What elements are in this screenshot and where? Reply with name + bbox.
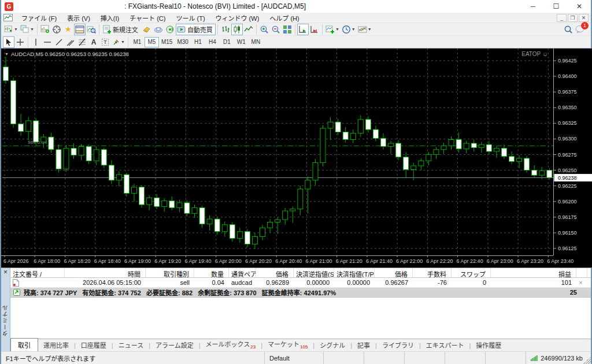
- mdi-close-button[interactable]: ✕: [579, 14, 589, 22]
- terminal-tab-9[interactable]: ライブラリ: [377, 339, 419, 351]
- cursor-tool-button[interactable]: [3, 36, 14, 48]
- menu-item-2[interactable]: 挿入(I): [95, 13, 124, 23]
- indicators-button[interactable]: ▼: [324, 24, 341, 35]
- search-button[interactable]: [563, 24, 574, 35]
- crosshair-tool-button[interactable]: [14, 36, 26, 48]
- vps-button[interactable]: [153, 24, 164, 35]
- tile-windows-button[interactable]: [282, 24, 293, 35]
- column-header-10[interactable]: スワップ: [452, 268, 491, 277]
- chart-area[interactable]: sell 0.040.964250.964000.963750.963500.9…: [1, 49, 591, 268]
- timeframe-button-h1[interactable]: H1: [191, 37, 205, 47]
- candlestick-mode-button[interactable]: [231, 24, 243, 35]
- periods-button[interactable]: ▼: [341, 24, 357, 35]
- column-header-4[interactable]: 通貨ペア: [229, 268, 256, 277]
- column-header-8[interactable]: 価格: [375, 268, 413, 277]
- terminal-tab-7[interactable]: シグナル: [314, 339, 350, 351]
- column-header-3[interactable]: 数量: [194, 268, 229, 277]
- notifications-button[interactable]: 1: [574, 24, 586, 35]
- navigator-button[interactable]: ★: [62, 24, 74, 35]
- terminal-tab-1[interactable]: 運用比率: [38, 339, 74, 351]
- zoom-out-icon: [271, 25, 280, 34]
- mdi-minimize-button[interactable]: _: [557, 14, 567, 22]
- data-window-button[interactable]: [51, 24, 62, 35]
- terminal-tab-10[interactable]: エキスパート: [421, 339, 469, 351]
- menu-item-3[interactable]: チャート (C): [124, 13, 171, 23]
- column-header-2[interactable]: 取引種別: [146, 268, 194, 277]
- new-chart-button[interactable]: ▼: [3, 24, 19, 35]
- vertical-line-tool-button[interactable]: [30, 36, 42, 48]
- resize-grip[interactable]: [583, 356, 591, 364]
- zoom-in-button[interactable]: [258, 24, 270, 35]
- minimize-button[interactable]: ─: [521, 0, 545, 13]
- text-tool-button[interactable]: A: [88, 36, 99, 48]
- column-header-5[interactable]: 価格: [256, 268, 294, 277]
- timeframe-button-m1[interactable]: M1: [130, 37, 145, 47]
- timeframe-button-h4[interactable]: H4: [205, 37, 220, 47]
- autotrading-button[interactable]: 自動売買: [176, 24, 216, 35]
- chart-shift-button[interactable]: [309, 24, 320, 35]
- crosshair-icon: [16, 38, 24, 46]
- timeframe-button-mn[interactable]: MN: [249, 37, 263, 47]
- one-click-trading-expander[interactable]: ▼: [5, 52, 9, 56]
- templates-button[interactable]: ▼: [357, 24, 373, 35]
- channel-tool-button[interactable]: [65, 36, 76, 48]
- fibonacci-tool-button[interactable]: [76, 36, 88, 48]
- svg-text:0.96300: 0.96300: [558, 136, 577, 142]
- column-header-0[interactable]: 注文番号 /: [10, 268, 65, 277]
- terminal-tab-11[interactable]: 操作履歴: [471, 339, 506, 351]
- bar-chart-mode-button[interactable]: [220, 24, 231, 35]
- ea-name-label[interactable]: EATOP ☺: [521, 51, 548, 57]
- autoscroll-button[interactable]: [297, 24, 309, 35]
- close-position-button[interactable]: ×: [576, 278, 587, 287]
- zoom-out-button[interactable]: [270, 24, 282, 35]
- timeframe-button-w1[interactable]: W1: [234, 37, 249, 47]
- svg-text:0.96125: 0.96125: [558, 246, 577, 251]
- terminal-tab-0[interactable]: 取引: [10, 338, 38, 351]
- terminal-tab-6[interactable]: マーケット105: [262, 337, 313, 351]
- mdi-restore-button[interactable]: ❐: [568, 14, 578, 22]
- column-header-7[interactable]: 決済指値(T/P): [334, 268, 375, 277]
- terminal-tab-4[interactable]: アラーム設定: [150, 339, 199, 351]
- terminal-tab-2[interactable]: 口座履歴: [76, 339, 112, 351]
- close-button[interactable]: ✕: [568, 0, 591, 13]
- trendline-tool-button[interactable]: [53, 36, 65, 48]
- line-chart-mode-button[interactable]: [243, 24, 254, 35]
- column-header-6[interactable]: 決済逆指値(S/...: [294, 268, 334, 277]
- news-button[interactable]: [164, 24, 176, 35]
- metaeditor-button[interactable]: [141, 24, 153, 35]
- menu-item-4[interactable]: ツール (T): [171, 13, 210, 23]
- status-profile[interactable]: Default: [265, 352, 324, 364]
- menu-item-5[interactable]: ウィンドウ (W): [210, 13, 265, 23]
- column-header-11[interactable]: 損益: [491, 268, 576, 277]
- separator: [256, 24, 257, 35]
- timeframe-button-m5[interactable]: M5: [145, 37, 159, 47]
- menu-item-1[interactable]: 表示 (V): [62, 13, 95, 23]
- terminal-tab-5[interactable]: メールボックス23: [201, 337, 261, 351]
- column-header-12[interactable]: [576, 268, 587, 277]
- timeframe-button-d1[interactable]: D1: [220, 37, 234, 47]
- menu-item-6[interactable]: ヘルプ (H): [264, 13, 304, 23]
- maximize-button[interactable]: ☐: [545, 0, 568, 13]
- terminal-button[interactable]: [74, 24, 86, 35]
- profiles-button[interactable]: ▼: [19, 24, 35, 35]
- arrows-tool-button[interactable]: ▼: [111, 36, 126, 48]
- new-order-button[interactable]: 新規注文: [101, 24, 141, 35]
- terminal-close-icon[interactable]: ✕: [3, 269, 8, 275]
- svg-text:0.96325: 0.96325: [558, 120, 577, 126]
- timeframe-button-m30[interactable]: M30: [175, 37, 190, 47]
- terminal-tab-8[interactable]: 記事: [352, 339, 375, 351]
- column-header-1[interactable]: 時間: [65, 268, 146, 277]
- timeframe-button-m15[interactable]: M15: [159, 37, 175, 47]
- menu-item-0[interactable]: ファイル (F): [16, 13, 62, 23]
- order-row[interactable]: 2026.04.06 05:15:00sell0.04audcad0.96289…: [10, 278, 591, 288]
- terminal-tab-3[interactable]: ニュース: [113, 339, 149, 351]
- fibonacci-icon: [78, 38, 86, 46]
- svg-text:0.96238: 0.96238: [558, 175, 577, 181]
- separator: [322, 24, 323, 35]
- column-header-9[interactable]: 手数料: [413, 268, 452, 277]
- strategy-tester-button[interactable]: [86, 24, 97, 35]
- market-watch-button[interactable]: [39, 24, 51, 35]
- label-tool-button[interactable]: T: [99, 36, 111, 48]
- price-chart[interactable]: sell 0.040.964250.964000.963750.963500.9…: [1, 49, 592, 268]
- horizontal-line-tool-button[interactable]: [42, 36, 53, 48]
